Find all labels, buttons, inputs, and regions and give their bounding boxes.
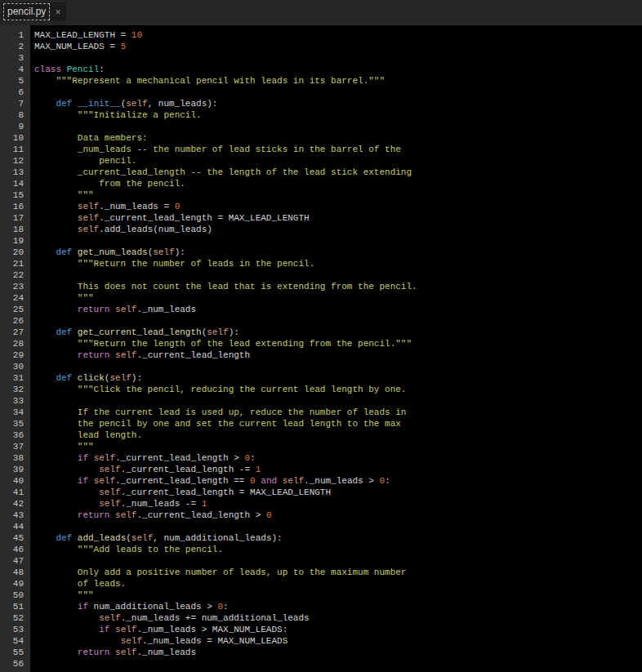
code-line: return self._num_leads — [34, 647, 642, 658]
line-number: 49 — [0, 578, 30, 590]
code-line: lead length. — [34, 429, 642, 441]
line-number: 56 — [0, 658, 30, 670]
line-number: 52 — [0, 612, 30, 624]
code-line: Only add a positive number of leads, up … — [34, 567, 642, 578]
code-line: from the pencil. — [34, 178, 642, 189]
line-number: 16 — [0, 201, 30, 212]
line-number: 3 — [0, 52, 30, 64]
tab-bar: pencil.py × — [0, 0, 642, 25]
line-number: 46 — [0, 544, 30, 555]
code-line: This does not count the lead that is ext… — [34, 281, 642, 292]
code-line: self._current_lead_length = MAX_LEAD_LEN… — [34, 212, 642, 224]
code-line: of leads. — [34, 578, 642, 590]
code-line: class Pencil: — [34, 64, 642, 75]
tab-pencil[interactable]: pencil.py × — [2, 2, 66, 21]
line-number: 6 — [0, 87, 30, 98]
code-line — [34, 315, 642, 327]
line-number: 30 — [0, 361, 30, 372]
code-line: return self._current_lead_length > 0 — [34, 510, 642, 521]
line-number: 21 — [0, 258, 30, 269]
code-line — [34, 52, 642, 64]
line-number: 18 — [0, 224, 30, 235]
tab-label: pencil.py — [3, 3, 50, 20]
code-line: """ — [34, 441, 642, 452]
line-number: 24 — [0, 292, 30, 304]
code-line — [34, 235, 642, 247]
line-number: 36 — [0, 429, 30, 441]
code-line: if self._num_leads > MAX_NUM_LEADS: — [34, 624, 642, 635]
code-line: self._num_leads = 0 — [34, 201, 642, 212]
code-line: def get_current_lead_length(self): — [34, 327, 642, 338]
line-number: 38 — [0, 452, 30, 464]
line-number: 43 — [0, 510, 30, 521]
line-number: 42 — [0, 498, 30, 510]
line-number: 45 — [0, 532, 30, 544]
code-line: pencil. — [34, 155, 642, 167]
line-number: 12 — [0, 155, 30, 167]
code-line: self._num_leads += num_additional_leads — [34, 612, 642, 624]
line-number: 13 — [0, 167, 30, 178]
code-line: def __init__(self, num_leads): — [34, 98, 642, 109]
code-line: Data members: — [34, 132, 642, 144]
code-line: self._num_leads = MAX_NUM_LEADS — [34, 635, 642, 647]
code-line — [34, 121, 642, 132]
line-number: 54 — [0, 635, 30, 647]
code-line: return self._current_lead_length — [34, 349, 642, 361]
line-number: 19 — [0, 235, 30, 247]
code-line: def add_leads(self, num_additional_leads… — [34, 532, 642, 544]
code-editor[interactable]: 1234567891011121314151617181920212223242… — [0, 25, 642, 672]
close-icon[interactable]: × — [55, 7, 60, 17]
code-line — [34, 658, 642, 670]
line-number: 5 — [0, 75, 30, 87]
line-number: 48 — [0, 567, 30, 578]
line-number: 2 — [0, 41, 30, 52]
line-number: 55 — [0, 647, 30, 658]
line-number: 29 — [0, 349, 30, 361]
code-line: """Represent a mechanical pencil with le… — [34, 75, 642, 87]
code-line: self._current_lead_length = MAX_LEAD_LEN… — [34, 487, 642, 498]
code-line: if self._current_lead_length == 0 and se… — [34, 475, 642, 487]
code-line: def get_num_leads(self): — [34, 247, 642, 258]
line-number: 9 — [0, 121, 30, 132]
code-line: MAX_LEAD_LENGTH = 10 — [34, 29, 642, 41]
line-number: 25 — [0, 304, 30, 315]
line-number: 34 — [0, 407, 30, 418]
line-number: 22 — [0, 269, 30, 281]
line-number: 20 — [0, 247, 30, 258]
code-line — [34, 395, 642, 407]
line-number: 50 — [0, 590, 30, 601]
line-number: 31 — [0, 372, 30, 384]
code-line: self._num_leads -= 1 — [34, 498, 642, 510]
code-line: the pencil by one and set the current le… — [34, 418, 642, 429]
code-line: """Click the pencil, reducing the curren… — [34, 384, 642, 395]
code-line: """ — [34, 292, 642, 304]
line-number: 1 — [0, 29, 30, 41]
code-line: """ — [34, 590, 642, 601]
line-number: 14 — [0, 178, 30, 189]
code-line: self._current_lead_length -= 1 — [34, 464, 642, 475]
code-line: _num_leads -- the number of lead sticks … — [34, 144, 642, 155]
code-line: if self._current_lead_length > 0: — [34, 452, 642, 464]
code-line — [34, 87, 642, 98]
code-line: """ — [34, 189, 642, 201]
code-line: """Return the length of the lead extendi… — [34, 338, 642, 349]
line-number: 37 — [0, 441, 30, 452]
line-number: 40 — [0, 475, 30, 487]
line-number: 53 — [0, 624, 30, 635]
code-line: """Return the number of leads in the pen… — [34, 258, 642, 269]
code-line — [34, 521, 642, 532]
line-number: 8 — [0, 109, 30, 121]
line-number: 11 — [0, 144, 30, 155]
line-number: 26 — [0, 315, 30, 327]
code-line: if num_additional_leads > 0: — [34, 601, 642, 612]
line-number-gutter: 1234567891011121314151617181920212223242… — [0, 25, 30, 672]
code-area[interactable]: MAX_LEAD_LENGTH = 10MAX_NUM_LEADS = 5 cl… — [30, 25, 642, 672]
code-line: self.add_leads(num_leads) — [34, 224, 642, 235]
line-number: 47 — [0, 555, 30, 567]
line-number: 4 — [0, 64, 30, 75]
line-number: 35 — [0, 418, 30, 429]
line-number: 28 — [0, 338, 30, 349]
line-number: 33 — [0, 395, 30, 407]
line-number: 41 — [0, 487, 30, 498]
line-number: 23 — [0, 281, 30, 292]
